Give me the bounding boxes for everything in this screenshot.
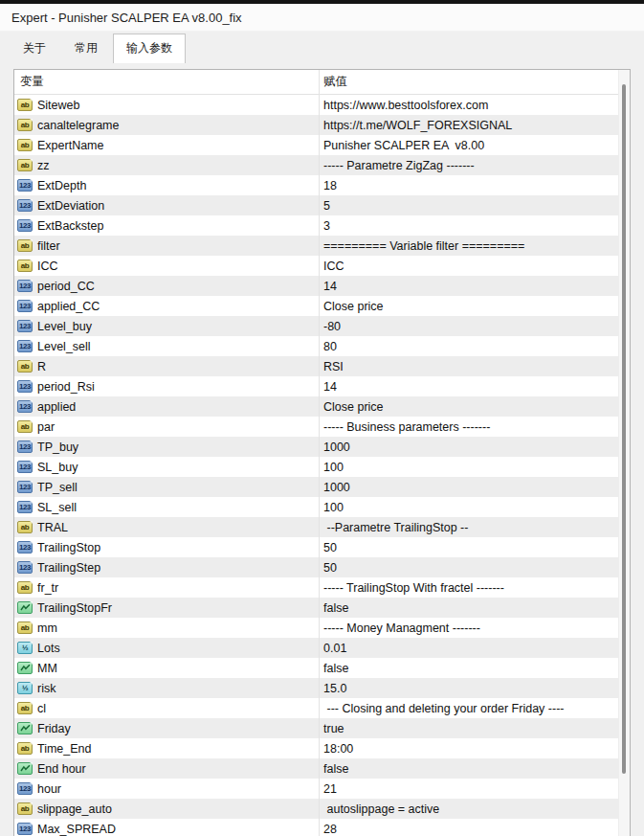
param-row[interactable]: ab ICC ICC	[14, 256, 630, 276]
param-row[interactable]: 123 SL_buy 100	[14, 457, 630, 477]
dialog-title-bar: Expert - Punisher SCALPER EA v8.00_fix	[0, 4, 644, 32]
param-value[interactable]: Close price	[319, 300, 630, 313]
param-row[interactable]: 123 TP_buy 1000	[14, 437, 630, 457]
param-row[interactable]: ab fr_tr ----- TrailingStop With fractel…	[14, 577, 630, 598]
param-row[interactable]: 123 Level_sell 80	[14, 336, 630, 356]
param-row[interactable]: ab R RSI	[14, 356, 630, 376]
param-row[interactable]: 123 ExtBackstep 3	[14, 215, 630, 236]
param-name-cell: ab mm	[14, 621, 319, 635]
param-value[interactable]: 14	[319, 280, 630, 293]
column-header-value[interactable]: 赋值	[319, 74, 630, 90]
param-name-cell: 123 hour	[14, 782, 319, 796]
param-name-cell: 123 SL_buy	[14, 461, 319, 474]
param-value[interactable]: --- Closing and deleting your order Frid…	[319, 702, 630, 715]
param-row[interactable]: 123 period_Rsi 14	[14, 376, 630, 396]
param-row[interactable]: Friday true	[14, 718, 630, 738]
param-name-cell: 123 TP_buy	[14, 441, 319, 454]
param-name-cell: 123 ExtBackstep	[14, 219, 319, 233]
param-row[interactable]: ab zz ----- Parametre ZigZag -------	[14, 155, 630, 175]
tab-input-parameters[interactable]: 输入参数	[113, 34, 186, 63]
param-value[interactable]: false	[319, 662, 630, 675]
param-row[interactable]: ab ExpertName Punisher SCALPER EA v8.00	[14, 135, 630, 155]
param-value[interactable]: 18:00	[319, 742, 630, 756]
param-value[interactable]: 80	[319, 340, 630, 353]
param-value[interactable]: ========= Variable filter =========	[319, 239, 630, 253]
param-value[interactable]: Punisher SCALPER EA v8.00	[319, 139, 630, 152]
param-value[interactable]: ICC	[319, 260, 630, 273]
column-divider[interactable]	[319, 70, 320, 836]
param-row[interactable]: 123 Level_buy -80	[14, 316, 630, 336]
tab-common[interactable]: 常用	[61, 34, 111, 63]
column-header-variable[interactable]: 变量	[14, 74, 319, 90]
param-row[interactable]: 123 ExtDeviation 5	[14, 195, 630, 215]
param-value[interactable]: https://t.me/WOLF_FOREXSIGNAL	[319, 119, 630, 132]
param-row[interactable]: 123 TrailingStop 50	[14, 537, 630, 557]
vertical-scrollbar[interactable]	[618, 70, 630, 836]
param-name-cell: 123 Max_SPREAD	[14, 823, 319, 836]
param-row[interactable]: 123 SL_sell 100	[14, 497, 630, 517]
param-value[interactable]: 28	[319, 823, 630, 836]
param-row[interactable]: 123 Max_SPREAD 28	[14, 819, 630, 836]
param-row[interactable]: ab Time_End 18:00	[14, 738, 630, 758]
param-row[interactable]: TrailingStopFr false	[14, 598, 630, 618]
param-value[interactable]: RSI	[319, 360, 630, 373]
param-value[interactable]: --Parametre TrailingStop --	[319, 521, 630, 534]
param-row[interactable]: ab Siteweb https://www.besttoolsforex.co…	[14, 95, 630, 115]
param-value[interactable]: 5	[319, 199, 630, 213]
param-value[interactable]: false	[319, 762, 630, 776]
param-value[interactable]: 18	[319, 179, 630, 192]
param-value[interactable]: https://www.besttoolsforex.com	[319, 99, 630, 112]
string-type-icon: ab	[17, 621, 33, 634]
param-row[interactable]: ab cl --- Closing and deleting your orde…	[14, 698, 630, 718]
tab-about[interactable]: 关于	[10, 34, 59, 63]
param-value[interactable]: 14	[319, 380, 630, 394]
param-row[interactable]: ½ Lots 0.01	[14, 638, 630, 658]
param-row[interactable]: ab mm ----- Money Managment -------	[14, 618, 630, 638]
param-value[interactable]: 1000	[319, 481, 630, 494]
param-value[interactable]: 21	[319, 782, 630, 796]
param-row[interactable]: ab slippage_auto autoslippage = active	[14, 799, 630, 819]
param-value[interactable]: 100	[319, 461, 630, 474]
param-name-cell: ab par	[14, 420, 319, 434]
param-row[interactable]: 123 TrailingStep 50	[14, 557, 630, 577]
param-name-cell: ab canaltelegrame	[14, 119, 319, 132]
param-value[interactable]: ----- TrailingStop With fractel -------	[319, 581, 630, 595]
param-row[interactable]: ab par ----- Business parameters -------	[14, 417, 630, 437]
param-row[interactable]: 123 applied_CC Close price	[14, 296, 630, 316]
param-row[interactable]: ab canaltelegrame https://t.me/WOLF_FORE…	[14, 115, 630, 135]
string-type-icon: ab	[17, 802, 33, 815]
param-value[interactable]: Close price	[319, 400, 630, 414]
integer-type-icon: 123	[17, 219, 33, 232]
param-value[interactable]: ----- Money Managment -------	[319, 621, 630, 635]
param-value[interactable]: ----- Parametre ZigZag -------	[319, 159, 630, 172]
param-value[interactable]: -80	[319, 320, 630, 333]
param-row[interactable]: 123 TP_sell 1000	[14, 477, 630, 497]
param-row[interactable]: 123 hour 21	[14, 779, 630, 799]
param-name: TP_buy	[37, 441, 78, 454]
param-row[interactable]: 123 ExtDepth 18	[14, 175, 630, 195]
param-value[interactable]: 3	[319, 219, 630, 233]
param-row[interactable]: 123 period_CC 14	[14, 276, 630, 296]
param-value[interactable]: true	[319, 722, 630, 735]
param-value[interactable]: ----- Business parameters -------	[319, 420, 630, 434]
param-value[interactable]: 0.01	[319, 642, 630, 655]
param-row[interactable]: ab TRAL --Parametre TrailingStop --	[14, 517, 630, 537]
param-value[interactable]: 1000	[319, 441, 630, 454]
param-row[interactable]: 123 applied Close price	[14, 396, 630, 417]
param-row[interactable]: ab filter ========= Variable filter ====…	[14, 236, 630, 256]
param-name: applied_CC	[37, 300, 100, 313]
param-value[interactable]: 50	[319, 561, 630, 575]
param-row[interactable]: ½ risk 15.0	[14, 678, 630, 698]
param-name: period_CC	[37, 280, 95, 293]
param-row[interactable]: MM false	[14, 658, 630, 678]
param-name: TrailingStopFr	[37, 601, 112, 615]
param-name-cell: 123 TrailingStop	[14, 541, 319, 554]
param-name-cell: ab zz	[14, 159, 319, 172]
param-value[interactable]: 100	[319, 501, 630, 514]
param-value[interactable]: false	[319, 601, 630, 615]
param-row[interactable]: End hour false	[14, 758, 630, 779]
param-value[interactable]: 50	[319, 541, 630, 554]
param-value[interactable]: 15.0	[319, 682, 630, 695]
scrollbar-thumb[interactable]	[622, 84, 626, 774]
param-value[interactable]: autoslippage = active	[319, 802, 630, 816]
